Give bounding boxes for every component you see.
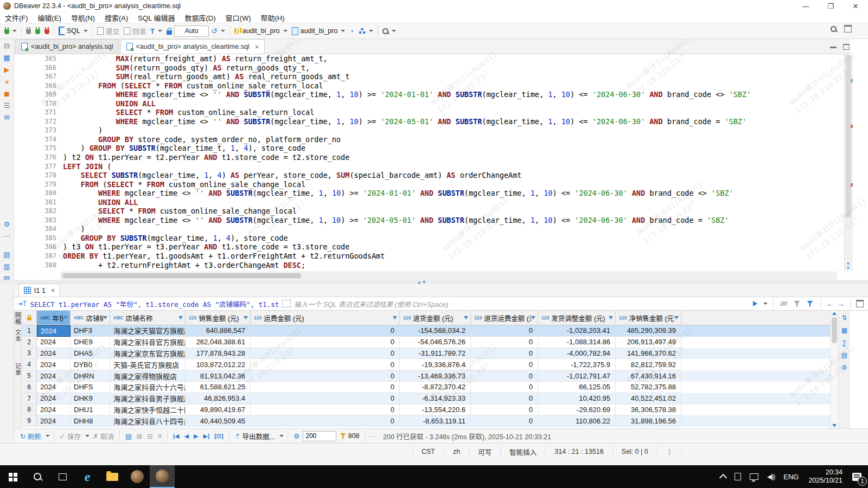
menu-item[interactable]: SQL 编辑器 <box>133 12 180 23</box>
column-header[interactable]: 123运费金额 (元) <box>251 311 400 325</box>
panel-toggle-icon[interactable] <box>856 300 864 307</box>
tray-usb[interactable] <box>730 465 745 488</box>
tray-volume[interactable]: ◀)) <box>763 465 779 488</box>
commit-button[interactable]: 提交 <box>95 24 122 37</box>
table-row[interactable]: 32024DHA5海澜之家京东官方旗舰店177,878,943.280-31,9… <box>22 348 830 359</box>
delete-row-icon[interactable]: ≡ <box>156 432 163 440</box>
table-cell[interactable]: -1,012,791.47 <box>538 370 616 382</box>
code-line[interactable]: 365 MAX(return_freight_amt) AS return_fr… <box>14 54 844 63</box>
table-cell[interactable]: 海澜之家快手恒越二十四专卖店 <box>110 404 186 416</box>
table-cell[interactable]: 0 <box>251 325 400 337</box>
table-cell[interactable]: -19,336,876.4 <box>400 359 471 370</box>
chevron-down-icon[interactable] <box>85 435 90 437</box>
table-cell[interactable]: 0 <box>251 370 400 382</box>
table-row[interactable]: 72024DHK9海澜之家抖音男子旗舰店46,826,953.40-6,314,… <box>22 393 830 404</box>
table-cell[interactable]: -8,653,119.11 <box>400 415 471 427</box>
table-cell[interactable]: 0 <box>471 382 538 393</box>
column-header[interactable]: 123净销售金额 (元) <box>616 311 681 325</box>
filter-history-back[interactable]: ← <box>826 299 834 308</box>
table-cell[interactable]: 2024 <box>37 382 71 393</box>
table-cell[interactable]: 67,430,914.16 <box>616 370 681 382</box>
code-line[interactable]: 383 WHERE mgclear_time <> '' AND SUBSTR(… <box>14 216 844 225</box>
maximize-view-icon[interactable] <box>843 44 850 50</box>
table-cell[interactable]: 110,806.22 <box>538 415 616 427</box>
run-all-icon[interactable]: » <box>2 77 12 86</box>
last-row-button[interactable]: ▶| <box>202 433 212 440</box>
er-diagram-button[interactable] <box>356 24 375 37</box>
chevron-down-icon[interactable] <box>279 435 284 437</box>
next-row-button[interactable]: ▶ <box>192 433 200 440</box>
scroll-up-icon[interactable] <box>832 312 837 315</box>
table-cell[interactable]: -1,028,203.41 <box>538 325 616 337</box>
row-number[interactable]: 1 <box>22 325 37 337</box>
code-line[interactable]: 375 ) GROUP BY SUBSTR(mgclear_time_t, 1,… <box>14 144 844 153</box>
filter-arrow-icon[interactable] <box>674 316 679 319</box>
search-button[interactable] <box>380 24 398 37</box>
row-number[interactable]: 8 <box>22 404 37 416</box>
table-cell[interactable]: 206,913,497.49 <box>616 337 681 348</box>
quick-search-icon[interactable] <box>831 26 837 32</box>
code-line[interactable]: 387ORDER BY t1.perYear, t1.goodsAmt + t1… <box>14 252 844 261</box>
table-cell[interactable]: DHF3 <box>71 325 110 337</box>
table-cell[interactable]: -1,088,314.86 <box>538 337 616 348</box>
menu-item[interactable]: 帮助(H) <box>256 12 289 23</box>
fetch-page-button[interactable]: [⊡] <box>213 433 225 440</box>
autocommit-select[interactable]: Auto <box>174 25 209 37</box>
table-cell[interactable]: 82,812,759.92 <box>616 359 681 370</box>
export-result-icon[interactable]: ▤ <box>2 250 12 259</box>
taskbar-app-folder[interactable] <box>100 465 125 488</box>
table-cell[interactable]: -13,469,336.73 <box>400 370 471 382</box>
column-header[interactable]: 123退货运费金额 (元) <box>471 311 538 325</box>
table-cell[interactable]: 640,886,547 <box>186 325 251 337</box>
row-number[interactable]: 4 <box>22 359 37 370</box>
code-line[interactable]: 379 FROM (SELECT * FROM custom_online_sa… <box>14 180 844 189</box>
database-select[interactable]: audit_bi_pro <box>232 24 290 37</box>
table-cell[interactable]: 海澜之家抖音官方旗舰店 <box>110 337 186 348</box>
filter-arrow-icon[interactable] <box>393 316 397 319</box>
taskbar-search-button[interactable] <box>25 465 50 488</box>
editor-hscroll-thumb[interactable] <box>62 273 301 278</box>
table-cell[interactable]: 0 <box>251 393 400 404</box>
tray-expand-button[interactable] <box>716 465 730 488</box>
code-line[interactable]: 385 GROUP BY SUBSTR(mgclear_time, 1, 4),… <box>14 234 844 243</box>
column-header[interactable]: 123发货调整金额 (元) <box>538 311 616 325</box>
table-cell[interactable]: 海澜之家抖音男子旗舰店 <box>110 393 186 404</box>
filter-sql-text[interactable]: SELECT t1.perYear AS "年份", t1.store_code… <box>30 299 279 309</box>
transaction-log-button[interactable]: T <box>148 24 164 37</box>
notification-center-button[interactable]: 1 <box>848 465 868 488</box>
table-cell[interactable]: 0 <box>251 359 400 370</box>
taskbar-app-dbeaver-1[interactable] <box>125 465 150 488</box>
table-cell[interactable]: 141,966,370.62 <box>616 348 681 359</box>
filter-arrow-icon[interactable] <box>63 316 68 319</box>
apply-filter-button[interactable] <box>751 301 759 306</box>
tray-language[interactable]: ENG <box>779 465 803 488</box>
reconnect-button[interactable] <box>33 24 42 37</box>
table-cell[interactable]: -1,722,375.9 <box>538 359 616 370</box>
menu-item[interactable]: 导航(N) <box>66 12 100 23</box>
tray-network[interactable] <box>745 465 763 488</box>
table-cell[interactable]: 177,878,943.28 <box>186 348 251 359</box>
export-button[interactable]: ⇡ 导出数据... <box>233 431 277 441</box>
table-cell[interactable]: 10,420.95 <box>538 393 616 404</box>
table-cell[interactable]: 0 <box>251 337 400 348</box>
table-cell[interactable]: 0 <box>251 382 400 393</box>
table-cell[interactable]: 0 <box>471 325 538 337</box>
schema-select[interactable]: audit_bi_pro <box>290 24 348 37</box>
custom-filter-icon[interactable] <box>282 300 291 307</box>
code-line[interactable]: 369 WHERE mgclear_time <> '' AND SUBSTR(… <box>14 90 844 99</box>
rollback-button[interactable]: 回滚 <box>122 24 148 37</box>
run-script-icon[interactable]: ▶ <box>2 65 12 74</box>
save-file-icon[interactable]: ▥ <box>2 262 12 271</box>
filter-arrow-icon[interactable] <box>531 316 535 319</box>
column-header[interactable]: ABC年份 <box>37 311 71 325</box>
row-number[interactable]: 2 <box>22 337 37 348</box>
table-cell[interactable]: DHH8 <box>71 415 110 427</box>
fetch-size-input[interactable] <box>303 431 336 441</box>
table-cell[interactable]: 61,588,621.25 <box>186 382 251 393</box>
table-cell[interactable]: DYB0 <box>71 359 110 370</box>
filter-arrow-icon[interactable] <box>609 316 613 319</box>
save-button[interactable]: ✓ 保存 <box>58 431 82 441</box>
restore-panel-icon[interactable]: ⊟ <box>2 41 12 50</box>
filter-arrow-icon[interactable] <box>464 316 468 319</box>
code-line[interactable]: 377LEFT JOIN ( <box>14 162 844 171</box>
